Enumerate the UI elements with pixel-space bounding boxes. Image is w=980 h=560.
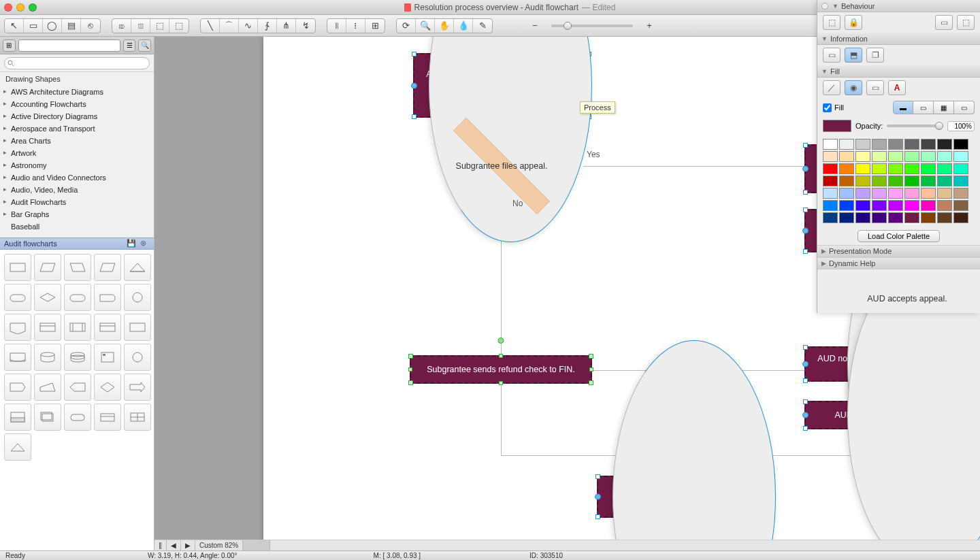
stencil-shape[interactable] [64, 403, 91, 431]
stencil-shape[interactable] [64, 344, 91, 371]
process-shape[interactable]: AUD notifies subgrantee and TRF-TS. [804, 401, 980, 429]
opacity-input[interactable] [947, 121, 975, 131]
stencil-shape[interactable] [4, 284, 31, 311]
palette-color[interactable] [953, 188, 968, 199]
edit-tool[interactable]: ✎ [473, 19, 492, 33]
palette-color[interactable] [937, 139, 952, 150]
lib-item[interactable]: AWS Architecture Diagrams [0, 86, 154, 98]
eyedrop-tool[interactable]: 💧 [454, 19, 473, 33]
polyline-tool[interactable]: ⋔ [277, 19, 296, 33]
palette-color[interactable] [904, 188, 919, 199]
page-prev[interactable]: ◀ [167, 540, 181, 550]
lib-item[interactable]: Audit Flowcharts [0, 196, 154, 208]
palette-color[interactable] [888, 139, 903, 150]
close-icon[interactable] [4, 3, 12, 12]
lib-item[interactable]: Astronomy [0, 159, 154, 171]
lock-icon[interactable]: 🔒 [845, 15, 862, 30]
behaviour-btn-1[interactable]: ⬚ [823, 15, 840, 30]
stencil-shape[interactable] [4, 344, 31, 371]
lib-item[interactable]: Accounting Flowcharts [0, 98, 154, 110]
palette-color[interactable] [839, 200, 854, 211]
palette-color[interactable] [888, 200, 903, 211]
palette-color[interactable] [823, 151, 838, 162]
fill-color-swatch[interactable] [823, 120, 851, 132]
palette-color[interactable] [904, 200, 919, 211]
process-shape[interactable]: Subgrantee sends refund check to FIN. [410, 355, 592, 384]
process-shape[interactable]: TRF-TS closes file. (See "File of Record… [597, 476, 774, 518]
pan-tool[interactable]: ✋ [435, 19, 454, 33]
behaviour-section[interactable]: Behaviour [841, 2, 875, 10]
stencil-shape[interactable] [94, 254, 121, 281]
refresh-tool[interactable]: ⟳ [397, 19, 416, 33]
group-tool[interactable]: ⎄ [112, 19, 131, 33]
palette-color[interactable] [872, 139, 887, 150]
zoom-tool[interactable]: 🔍 [416, 19, 435, 33]
palette-color[interactable] [839, 176, 854, 186]
decision-shape[interactable]: Subgrantee files appeal. [418, 144, 585, 188]
palette-color[interactable] [937, 200, 952, 211]
stencil-shape[interactable] [34, 374, 61, 401]
info-btn-3[interactable]: ❐ [866, 48, 884, 63]
zoom-display[interactable]: Custom 82% [195, 540, 243, 550]
stencil-shape[interactable] [64, 314, 91, 341]
palette-color[interactable] [953, 163, 968, 174]
palette-color[interactable] [937, 151, 952, 162]
palette-color[interactable] [823, 188, 838, 199]
align-tool[interactable]: ⫴ [327, 19, 346, 33]
presentation-section[interactable]: Presentation Mode [829, 247, 892, 255]
info-btn-2[interactable]: ⬒ [845, 48, 862, 63]
stencil-shape[interactable] [4, 374, 31, 401]
palette-color[interactable] [937, 188, 952, 199]
palette-color[interactable] [888, 176, 903, 186]
palette-color[interactable] [904, 151, 919, 162]
fill-solid-tab[interactable]: ▬ [893, 101, 913, 114]
lib-item[interactable]: Aerospace and Transport [0, 122, 154, 135]
tabs-area[interactable] [243, 540, 270, 550]
palette-color[interactable] [872, 212, 887, 223]
stencil-shape[interactable] [124, 344, 151, 371]
arc-tool[interactable]: ⌒ [220, 19, 239, 33]
palette-color[interactable] [872, 151, 887, 162]
list-view-toggle[interactable]: ☰ [123, 39, 136, 52]
palette-color[interactable] [888, 151, 903, 162]
stencil-shape[interactable] [4, 254, 31, 281]
lib-item[interactable]: Artwork [0, 147, 154, 159]
close-stencil-icon[interactable]: ⊗ [140, 239, 150, 248]
stencil-shape[interactable] [124, 254, 151, 281]
palette-color[interactable] [872, 176, 887, 186]
lib-item[interactable]: Bar Graphs [0, 208, 154, 220]
palette-color[interactable] [839, 139, 854, 150]
distribute-tool[interactable]: ⫶ [346, 19, 365, 33]
spline-tool[interactable]: ∱ [258, 19, 277, 33]
minimize-icon[interactable] [16, 3, 24, 12]
palette-color[interactable] [953, 212, 968, 223]
behaviour-btn-4[interactable]: ⬚ [957, 15, 975, 30]
process-shape[interactable]: AUD notifies subgrantee and TRF-TS of fi… [413, 53, 590, 118]
ungroup-tool[interactable]: ⎅ [131, 19, 150, 33]
stencil-shape[interactable] [34, 314, 61, 341]
hscroll-handle[interactable]: ‖ [154, 540, 167, 550]
stencil-shape[interactable] [124, 314, 151, 341]
stencil-shape[interactable] [124, 374, 151, 401]
palette-color[interactable] [855, 163, 870, 174]
palette-color[interactable] [888, 163, 903, 174]
stencil-shape[interactable] [4, 433, 31, 461]
page-next[interactable]: ▶ [181, 540, 195, 550]
dynamic-help-section[interactable]: Dynamic Help [829, 259, 875, 267]
palette-color[interactable] [953, 200, 968, 211]
line-tool[interactable]: ╲ [201, 19, 220, 33]
fill-mode-shadow[interactable]: ▭ [866, 80, 884, 95]
zoom-slider[interactable] [551, 24, 633, 27]
fill-checkbox[interactable]: Fill [823, 103, 889, 112]
load-palette-button[interactable]: Load Color Palette [858, 230, 940, 242]
palette-color[interactable] [937, 212, 952, 223]
palette-color[interactable] [937, 163, 952, 174]
palette-color[interactable] [904, 212, 919, 223]
lib-item[interactable]: Baseball [0, 220, 154, 233]
palette-color[interactable] [921, 139, 936, 150]
info-btn-1[interactable]: ▭ [823, 48, 840, 63]
stencil-shape[interactable] [34, 284, 61, 311]
save-stencil-icon[interactable]: 💾 [127, 239, 136, 248]
palette-color[interactable] [953, 176, 968, 186]
palette-color[interactable] [953, 139, 968, 150]
